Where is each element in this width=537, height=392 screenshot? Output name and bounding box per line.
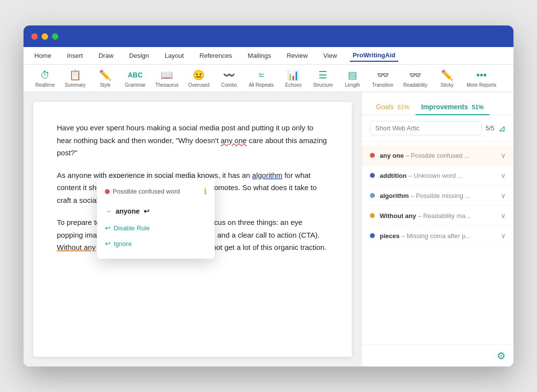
improvements-tab-badge: 51% bbox=[472, 104, 484, 111]
menu-references[interactable]: References bbox=[196, 50, 235, 61]
filter-icon[interactable]: ⊿ bbox=[498, 123, 506, 134]
goals-tab-label: Goals bbox=[376, 103, 394, 111]
suggestion-popup: Possible confused word ℹ → anyone ↩ ↩ Di… bbox=[97, 178, 215, 259]
menu-home[interactable]: Home bbox=[31, 50, 54, 61]
highlighted-without-any[interactable]: Without any bbox=[57, 243, 96, 251]
panel-tabs: Goals 61% Improvements 51% bbox=[362, 92, 513, 115]
tool-thesaurus[interactable]: 📖 Thesaurus bbox=[151, 67, 182, 90]
panel-search: 5/5 ⊿ bbox=[362, 115, 513, 142]
improvement-text-1: any one – Possible confused ... bbox=[380, 152, 496, 159]
more-reports-label: More Reports bbox=[466, 82, 496, 88]
tool-all-repeats[interactable]: ≈ All Repeats bbox=[245, 67, 278, 90]
tab-goals[interactable]: Goals 61% bbox=[370, 99, 415, 115]
sticky-label: Sticky bbox=[440, 82, 454, 88]
expand-icon-4[interactable]: ∨ bbox=[501, 212, 506, 220]
ignore-label: Ignore bbox=[114, 239, 132, 249]
expand-icon-3[interactable]: ∨ bbox=[501, 192, 506, 199]
goals-tab-badge: 61% bbox=[397, 104, 409, 111]
error-dot bbox=[105, 189, 110, 194]
tab-improvements[interactable]: Improvements 51% bbox=[415, 99, 490, 115]
editor-page[interactable]: Have you ever spent hours making a socia… bbox=[33, 102, 352, 357]
tool-overused[interactable]: 😐 Overused bbox=[184, 67, 213, 90]
menu-prowritingaid[interactable]: ProWritingAid bbox=[350, 49, 398, 62]
menu-bar: Home Insert Draw Design Layout Reference… bbox=[24, 47, 513, 65]
menu-draw[interactable]: Draw bbox=[96, 50, 116, 61]
expand-icon-5[interactable]: ∨ bbox=[501, 232, 506, 240]
main-content: Have you ever spent hours making a socia… bbox=[24, 92, 513, 367]
sticky-icon: ✏️ bbox=[441, 69, 453, 81]
improvement-dot-1 bbox=[370, 153, 375, 158]
tool-more-reports[interactable]: ••• More Reports bbox=[463, 67, 500, 90]
menu-review[interactable]: Review bbox=[284, 50, 311, 61]
tool-sticky[interactable]: ✏️ Sticky bbox=[433, 67, 461, 90]
all-repeats-label: All Repeats bbox=[249, 82, 274, 88]
search-input[interactable] bbox=[370, 121, 482, 135]
tool-transition[interactable]: 👓 Transition bbox=[368, 67, 397, 90]
improvement-word-1: any one bbox=[380, 152, 404, 159]
tool-echoes[interactable]: 📊 Echoes bbox=[280, 67, 307, 90]
menu-insert[interactable]: Insert bbox=[64, 50, 86, 61]
ignore-action[interactable]: ↩ Ignore bbox=[105, 236, 207, 252]
summary-label: Summary bbox=[65, 82, 86, 88]
redo-icon[interactable]: ↩ bbox=[144, 206, 149, 218]
improvement-text-5: pieces – Missing coma after p... bbox=[380, 232, 496, 240]
improvement-text-3: algorithm – Possible missing ... bbox=[380, 192, 496, 199]
transition-icon: 👓 bbox=[377, 69, 389, 81]
editor-area[interactable]: Have you ever spent hours making a socia… bbox=[24, 92, 362, 367]
arrow-right-icon: → bbox=[105, 206, 112, 218]
tool-combo[interactable]: 〰️ Combo bbox=[216, 67, 243, 90]
tool-readability[interactable]: 👓 Readability bbox=[399, 67, 431, 90]
tool-grammar[interactable]: ABC Grammar bbox=[121, 67, 149, 90]
menu-view[interactable]: View bbox=[320, 50, 340, 61]
tool-realtime[interactable]: ⏱ Realtime bbox=[31, 67, 59, 90]
minimize-button[interactable] bbox=[42, 33, 48, 40]
tool-style[interactable]: ✏️ Style bbox=[92, 67, 119, 90]
transition-label: Transition bbox=[372, 82, 393, 88]
structure-icon: ☰ bbox=[318, 69, 327, 81]
improvement-item-any-one[interactable]: any one – Possible confused ... ∨ bbox=[362, 146, 513, 166]
summary-icon: 📋 bbox=[69, 69, 81, 81]
more-reports-icon: ••• bbox=[476, 69, 487, 81]
popup-type-label: Possible confused word bbox=[113, 186, 180, 197]
expand-icon-2[interactable]: ∨ bbox=[501, 172, 506, 179]
ignore-icon: ↩ bbox=[105, 238, 111, 250]
popup-suggestion[interactable]: → anyone ↩ bbox=[105, 203, 207, 220]
improvement-dot-4 bbox=[370, 213, 375, 218]
echoes-icon: 📊 bbox=[287, 69, 299, 81]
combo-label: Combo bbox=[221, 82, 237, 88]
overused-icon: 😐 bbox=[193, 69, 205, 81]
highlighted-any-one[interactable]: any one bbox=[220, 136, 246, 145]
disable-rule-action[interactable]: ↩ Disable Rule bbox=[105, 220, 207, 236]
improvement-item-addtition[interactable]: addtition – Unknown word ... ∨ bbox=[362, 166, 513, 186]
style-icon: ✏️ bbox=[99, 69, 111, 81]
expand-icon-1[interactable]: ∨ bbox=[501, 151, 506, 159]
menu-design[interactable]: Design bbox=[126, 50, 152, 61]
disable-rule-label: Disable Rule bbox=[114, 223, 150, 234]
disable-icon: ↩ bbox=[105, 222, 111, 234]
right-panel: Goals 61% Improvements 51% 5/5 ⊿ any bbox=[362, 92, 513, 367]
realtime-label: Realtime bbox=[35, 82, 54, 88]
realtime-icon: ⏱ bbox=[40, 69, 50, 81]
improvement-word-4: Without any bbox=[380, 212, 416, 220]
improvement-dot-2 bbox=[370, 173, 375, 178]
tool-length[interactable]: ▤ Length bbox=[339, 67, 366, 90]
title-bar bbox=[24, 25, 513, 47]
popup-header: Possible confused word ℹ bbox=[105, 185, 207, 198]
improvements-tab-label: Improvements bbox=[421, 103, 468, 111]
info-icon[interactable]: ℹ bbox=[204, 185, 207, 198]
tool-structure[interactable]: ☰ Structure bbox=[309, 67, 337, 90]
improvement-item-without-any[interactable]: Without any – Readability ma... ∨ bbox=[362, 206, 513, 226]
improvement-item-pieces[interactable]: pieces – Missing coma after p... ∨ bbox=[362, 226, 513, 246]
menu-layout[interactable]: Layout bbox=[162, 50, 187, 61]
highlighted-algorithm[interactable]: algorithm bbox=[252, 171, 283, 179]
grammar-label: Grammar bbox=[125, 82, 146, 88]
improvement-item-algorithm[interactable]: algorithm – Possible missing ... ∨ bbox=[362, 186, 513, 206]
close-button[interactable] bbox=[31, 33, 38, 40]
settings-icon[interactable]: ⚙ bbox=[497, 350, 506, 362]
app-window: Home Insert Draw Design Layout Reference… bbox=[24, 25, 513, 367]
maximize-button[interactable] bbox=[52, 33, 58, 40]
style-label: Style bbox=[100, 82, 111, 88]
menu-mailings[interactable]: Mailings bbox=[245, 50, 274, 61]
improvement-dot-3 bbox=[370, 193, 375, 198]
tool-summary[interactable]: 📋 Summary bbox=[61, 67, 90, 90]
